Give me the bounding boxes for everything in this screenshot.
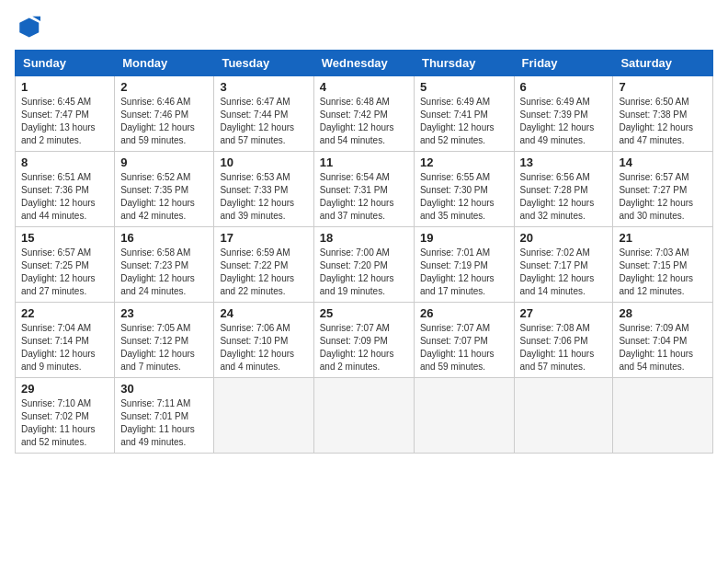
day-number: 19: [420, 231, 508, 245]
day-number: 4: [320, 80, 408, 94]
day-number: 3: [220, 80, 307, 94]
calendar-week-3: 22Sunrise: 7:04 AM Sunset: 7:14 PM Dayli…: [16, 303, 713, 378]
calendar-cell: [214, 378, 313, 454]
day-info: Sunrise: 7:01 AM Sunset: 7:19 PM Dayligh…: [420, 247, 508, 298]
calendar-week-2: 15Sunrise: 6:57 AM Sunset: 7:25 PM Dayli…: [16, 227, 713, 303]
calendar-cell: 12Sunrise: 6:55 AM Sunset: 7:30 PM Dayli…: [414, 152, 514, 227]
calendar-cell: [613, 378, 713, 454]
logo-icon: [15, 15, 40, 40]
day-info: Sunrise: 6:52 AM Sunset: 7:35 PM Dayligh…: [120, 171, 208, 223]
calendar-cell: 24Sunrise: 7:06 AM Sunset: 7:10 PM Dayli…: [214, 303, 313, 378]
weekday-header-monday: Monday: [115, 51, 214, 76]
day-number: 16: [120, 231, 208, 245]
calendar-cell: 10Sunrise: 6:53 AM Sunset: 7:33 PM Dayli…: [214, 152, 313, 227]
calendar-cell: 15Sunrise: 6:57 AM Sunset: 7:25 PM Dayli…: [16, 227, 115, 303]
day-info: Sunrise: 6:45 AM Sunset: 7:47 PM Dayligh…: [21, 96, 108, 147]
day-number: 20: [520, 231, 608, 245]
day-info: Sunrise: 7:00 AM Sunset: 7:20 PM Dayligh…: [320, 247, 408, 298]
calendar-cell: [414, 378, 514, 454]
calendar-cell: 26Sunrise: 7:07 AM Sunset: 7:07 PM Dayli…: [414, 303, 514, 378]
day-number: 18: [320, 231, 408, 245]
day-number: 7: [619, 80, 707, 94]
calendar-cell: 18Sunrise: 7:00 AM Sunset: 7:20 PM Dayli…: [313, 227, 414, 303]
calendar-cell: 29Sunrise: 7:10 AM Sunset: 7:02 PM Dayli…: [16, 378, 115, 454]
calendar-cell: 3Sunrise: 6:47 AM Sunset: 7:44 PM Daylig…: [214, 76, 313, 152]
day-number: 25: [320, 306, 408, 320]
day-info: Sunrise: 7:11 AM Sunset: 7:01 PM Dayligh…: [120, 397, 208, 449]
day-number: 30: [120, 382, 208, 396]
day-number: 23: [120, 306, 208, 320]
day-info: Sunrise: 7:07 AM Sunset: 7:07 PM Dayligh…: [420, 322, 508, 373]
calendar-cell: 14Sunrise: 6:57 AM Sunset: 7:27 PM Dayli…: [613, 152, 713, 227]
day-number: 2: [120, 80, 208, 94]
day-number: 24: [220, 306, 307, 320]
weekday-header-wednesday: Wednesday: [313, 51, 414, 76]
day-info: Sunrise: 6:46 AM Sunset: 7:46 PM Dayligh…: [120, 96, 208, 147]
day-info: Sunrise: 6:49 AM Sunset: 7:39 PM Dayligh…: [520, 96, 608, 147]
day-info: Sunrise: 6:54 AM Sunset: 7:31 PM Dayligh…: [320, 171, 408, 223]
day-info: Sunrise: 7:04 AM Sunset: 7:14 PM Dayligh…: [21, 322, 108, 373]
weekday-header-friday: Friday: [514, 51, 613, 76]
day-info: Sunrise: 6:58 AM Sunset: 7:23 PM Dayligh…: [120, 247, 208, 298]
day-number: 26: [420, 306, 508, 320]
day-number: 1: [21, 80, 108, 94]
day-number: 5: [420, 80, 508, 94]
day-info: Sunrise: 6:48 AM Sunset: 7:42 PM Dayligh…: [320, 96, 408, 147]
calendar-cell: 16Sunrise: 6:58 AM Sunset: 7:23 PM Dayli…: [115, 227, 214, 303]
calendar-cell: 22Sunrise: 7:04 AM Sunset: 7:14 PM Dayli…: [16, 303, 115, 378]
calendar-table: SundayMondayTuesdayWednesdayThursdayFrid…: [15, 50, 713, 454]
day-number: 14: [619, 155, 707, 169]
svg-marker-0: [19, 18, 39, 38]
calendar-cell: 28Sunrise: 7:09 AM Sunset: 7:04 PM Dayli…: [613, 303, 713, 378]
calendar-cell: [514, 378, 613, 454]
day-info: Sunrise: 6:53 AM Sunset: 7:33 PM Dayligh…: [220, 171, 307, 223]
day-number: 21: [619, 231, 707, 245]
day-info: Sunrise: 7:02 AM Sunset: 7:17 PM Dayligh…: [520, 247, 608, 298]
day-number: 12: [420, 155, 508, 169]
day-number: 17: [220, 231, 307, 245]
calendar-cell: 7Sunrise: 6:50 AM Sunset: 7:38 PM Daylig…: [613, 76, 713, 152]
calendar-week-1: 8Sunrise: 6:51 AM Sunset: 7:36 PM Daylig…: [16, 152, 713, 227]
day-info: Sunrise: 6:57 AM Sunset: 7:27 PM Dayligh…: [619, 171, 707, 223]
day-number: 8: [21, 155, 108, 169]
day-number: 9: [120, 155, 208, 169]
day-number: 11: [320, 155, 408, 169]
day-number: 29: [21, 382, 108, 396]
calendar-cell: 9Sunrise: 6:52 AM Sunset: 7:35 PM Daylig…: [115, 152, 214, 227]
day-info: Sunrise: 6:47 AM Sunset: 7:44 PM Dayligh…: [220, 96, 307, 147]
day-number: 27: [520, 306, 608, 320]
calendar-week-4: 29Sunrise: 7:10 AM Sunset: 7:02 PM Dayli…: [16, 378, 713, 454]
day-info: Sunrise: 7:09 AM Sunset: 7:04 PM Dayligh…: [619, 322, 707, 373]
day-info: Sunrise: 7:08 AM Sunset: 7:06 PM Dayligh…: [520, 322, 608, 373]
day-info: Sunrise: 7:05 AM Sunset: 7:12 PM Dayligh…: [120, 322, 208, 373]
logo: [15, 15, 44, 40]
day-number: 28: [619, 306, 707, 320]
day-info: Sunrise: 6:59 AM Sunset: 7:22 PM Dayligh…: [220, 247, 307, 298]
weekday-header-tuesday: Tuesday: [214, 51, 313, 76]
weekday-header-sunday: Sunday: [16, 51, 115, 76]
day-info: Sunrise: 7:03 AM Sunset: 7:15 PM Dayligh…: [619, 247, 707, 298]
calendar-week-0: 1Sunrise: 6:45 AM Sunset: 7:47 PM Daylig…: [16, 76, 713, 152]
day-info: Sunrise: 6:51 AM Sunset: 7:36 PM Dayligh…: [21, 171, 108, 223]
day-info: Sunrise: 7:06 AM Sunset: 7:10 PM Dayligh…: [220, 322, 307, 373]
day-number: 22: [21, 306, 108, 320]
day-info: Sunrise: 6:55 AM Sunset: 7:30 PM Dayligh…: [420, 171, 508, 223]
calendar-cell: 13Sunrise: 6:56 AM Sunset: 7:28 PM Dayli…: [514, 152, 613, 227]
day-info: Sunrise: 6:56 AM Sunset: 7:28 PM Dayligh…: [520, 171, 608, 223]
calendar-cell: 4Sunrise: 6:48 AM Sunset: 7:42 PM Daylig…: [313, 76, 414, 152]
calendar-cell: 1Sunrise: 6:45 AM Sunset: 7:47 PM Daylig…: [16, 76, 115, 152]
calendar-cell: 11Sunrise: 6:54 AM Sunset: 7:31 PM Dayli…: [313, 152, 414, 227]
day-number: 15: [21, 231, 108, 245]
calendar-cell: 2Sunrise: 6:46 AM Sunset: 7:46 PM Daylig…: [115, 76, 214, 152]
calendar-cell: 27Sunrise: 7:08 AM Sunset: 7:06 PM Dayli…: [514, 303, 613, 378]
calendar-cell: 23Sunrise: 7:05 AM Sunset: 7:12 PM Dayli…: [115, 303, 214, 378]
weekday-header-thursday: Thursday: [414, 51, 514, 76]
day-info: Sunrise: 6:50 AM Sunset: 7:38 PM Dayligh…: [619, 96, 707, 147]
calendar-cell: 17Sunrise: 6:59 AM Sunset: 7:22 PM Dayli…: [214, 227, 313, 303]
day-number: 13: [520, 155, 608, 169]
day-number: 10: [220, 155, 307, 169]
calendar-cell: 5Sunrise: 6:49 AM Sunset: 7:41 PM Daylig…: [414, 76, 514, 152]
calendar-cell: 8Sunrise: 6:51 AM Sunset: 7:36 PM Daylig…: [16, 152, 115, 227]
day-number: 6: [520, 80, 608, 94]
calendar-cell: 19Sunrise: 7:01 AM Sunset: 7:19 PM Dayli…: [414, 227, 514, 303]
